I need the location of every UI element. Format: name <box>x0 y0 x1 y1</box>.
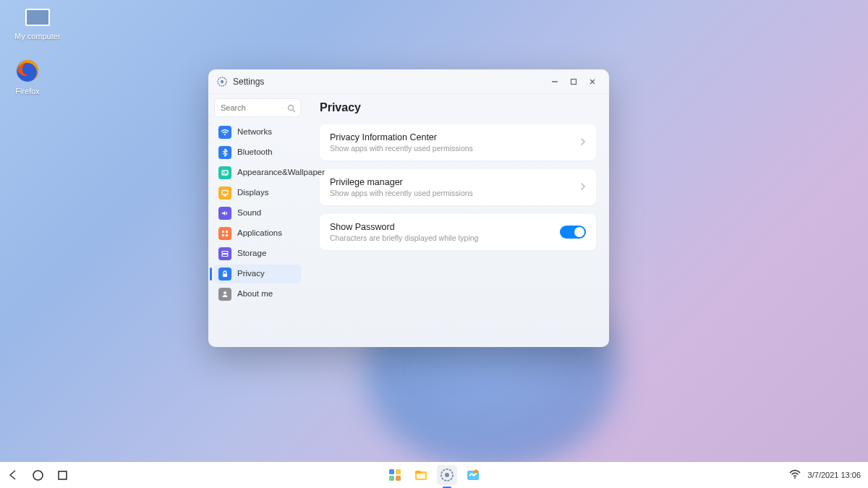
image-icon <box>218 166 231 179</box>
sidebar-item-displays[interactable]: Displays <box>214 184 301 202</box>
sidebar-item-label: Displays <box>237 188 297 198</box>
svg-point-9 <box>224 134 226 135</box>
svg-rect-12 <box>222 191 228 195</box>
window-titlebar[interactable]: Settings <box>208 69 609 94</box>
sidebar-item-label: Applications <box>237 228 297 239</box>
card-title: Privacy Information Center <box>330 132 580 142</box>
svg-point-32 <box>445 473 449 477</box>
sidebar-item-label: Sound <box>237 208 297 218</box>
card-subtitle: Show apps with recently used permissions <box>330 189 580 197</box>
svg-rect-20 <box>223 274 227 278</box>
svg-rect-26 <box>389 476 394 481</box>
card-subtitle: Characters are briefly displayed while t… <box>330 234 560 242</box>
svg-rect-23 <box>59 471 67 479</box>
window-title: Settings <box>233 77 264 87</box>
window-minimize-button[interactable] <box>545 72 564 91</box>
sidebar-item-label: Appearance&Wallpaper <box>237 168 325 178</box>
nav-back-button[interactable] <box>7 469 19 481</box>
taskbar-datetime[interactable]: 3/7/2021 13:06 <box>808 471 861 479</box>
svg-rect-16 <box>222 234 224 236</box>
sidebar-item-privacy[interactable]: Privacy <box>214 265 301 283</box>
svg-point-35 <box>794 477 796 479</box>
desktop-icon-firefox[interactable]: Firefox <box>14 58 41 95</box>
card-show-password: Show Password Characters are briefly dis… <box>320 214 596 250</box>
taskbar-app-store[interactable] <box>463 465 483 485</box>
svg-rect-17 <box>226 234 228 236</box>
wifi-status-icon[interactable] <box>789 469 801 481</box>
svg-rect-24 <box>389 469 394 474</box>
sidebar-item-sound[interactable]: Sound <box>214 204 301 223</box>
apps-icon <box>218 227 231 240</box>
svg-line-8 <box>293 110 295 112</box>
card-title: Privilege manager <box>330 177 580 187</box>
sidebar-item-label: About me <box>237 289 297 299</box>
svg-rect-14 <box>222 231 224 233</box>
svg-rect-18 <box>222 252 228 254</box>
settings-sidebar: Networks Bluetooth Appearance&Wallpaper … <box>208 94 307 347</box>
chevron-right-icon <box>580 181 586 194</box>
sidebar-item-applications[interactable]: Applications <box>214 224 301 243</box>
svg-point-2 <box>221 80 224 82</box>
svg-point-34 <box>475 470 478 474</box>
sidebar-search <box>214 98 301 117</box>
window-close-button[interactable] <box>583 72 602 91</box>
nav-home-button[interactable] <box>32 469 44 481</box>
taskbar-app-launcher[interactable] <box>385 465 405 485</box>
svg-point-21 <box>224 291 226 294</box>
svg-rect-25 <box>396 469 401 474</box>
sidebar-item-label: Storage <box>237 249 297 259</box>
sound-icon <box>218 207 231 220</box>
svg-rect-30 <box>417 474 425 479</box>
card-title: Show Password <box>330 222 560 232</box>
taskbar-files[interactable] <box>411 465 431 485</box>
sidebar-item-label: Networks <box>237 127 297 137</box>
storage-icon <box>218 247 231 260</box>
desktop-icon-label: My computer <box>14 32 61 40</box>
sidebar-item-label: Privacy <box>237 269 297 279</box>
svg-rect-29 <box>415 471 421 474</box>
desktop-icon-my-computer[interactable]: My computer <box>14 6 61 40</box>
nav-recent-button[interactable] <box>57 470 68 481</box>
svg-rect-27 <box>396 476 401 481</box>
sidebar-item-appearance[interactable]: Appearance&Wallpaper <box>214 163 301 182</box>
settings-content: Privacy Privacy Information Center Show … <box>307 94 609 347</box>
svg-rect-4 <box>571 79 576 84</box>
taskbar-settings[interactable] <box>437 465 457 485</box>
page-title: Privacy <box>320 101 596 114</box>
computer-icon <box>23 6 52 29</box>
card-privacy-info-center[interactable]: Privacy Information Center Show apps wit… <box>320 124 596 160</box>
settings-app-icon <box>216 75 229 88</box>
svg-point-7 <box>289 106 294 111</box>
svg-rect-15 <box>226 231 228 233</box>
chevron-right-icon <box>580 136 586 149</box>
sidebar-item-networks[interactable]: Networks <box>214 123 301 142</box>
settings-window: Settings Networks Bluetooth Appearance&W… <box>208 69 609 347</box>
search-icon <box>287 103 296 116</box>
card-subtitle: Show apps with recently used permissions <box>330 144 580 153</box>
sidebar-item-label: Bluetooth <box>237 147 297 158</box>
wifi-icon <box>218 126 231 139</box>
user-icon <box>218 288 231 301</box>
lock-icon <box>218 267 231 281</box>
svg-rect-19 <box>222 254 228 257</box>
show-password-toggle[interactable] <box>560 226 586 239</box>
taskbar: 3/7/2021 13:06 <box>0 462 868 488</box>
sidebar-item-bluetooth[interactable]: Bluetooth <box>214 143 301 162</box>
window-maximize-button[interactable] <box>564 72 583 91</box>
bluetooth-icon <box>218 146 231 159</box>
desktop-icon-label: Firefox <box>15 87 40 95</box>
sidebar-item-about[interactable]: About me <box>214 285 301 304</box>
svg-point-22 <box>33 471 43 480</box>
display-icon <box>218 187 231 200</box>
card-privilege-manager[interactable]: Privilege manager Show apps with recentl… <box>320 169 596 205</box>
firefox-icon <box>14 58 41 84</box>
sidebar-item-storage[interactable]: Storage <box>214 244 301 263</box>
